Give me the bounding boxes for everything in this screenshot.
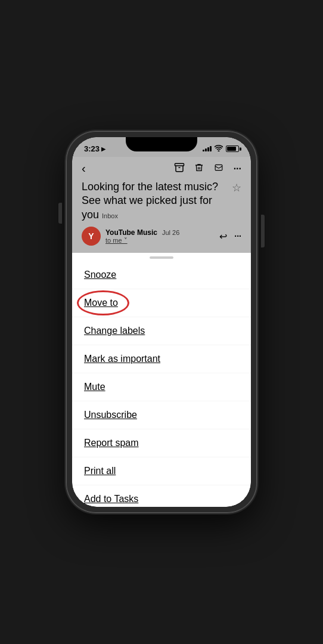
menu-item-mark-as-important[interactable]: Mark as important xyxy=(72,345,251,373)
status-bar-left: 3:23 ▶ xyxy=(84,144,105,153)
archive-icon[interactable] xyxy=(174,162,185,175)
notch xyxy=(126,137,197,151)
avatar-letter: Y xyxy=(88,231,94,241)
wifi-icon xyxy=(215,145,223,153)
sender-date: Jul 26 xyxy=(162,229,179,236)
email-subject-container: Looking for the latest music? See what w… xyxy=(82,180,241,222)
battery-icon xyxy=(226,145,239,152)
menu-item-snooze[interactable]: Snooze xyxy=(72,261,251,289)
email-action-icons: ↩ ··· xyxy=(219,231,241,242)
delete-icon[interactable] xyxy=(194,162,204,175)
battery-fill xyxy=(227,147,236,151)
inbox-badge: Inbox xyxy=(102,212,118,219)
star-icon[interactable]: ☆ xyxy=(232,181,241,195)
svg-rect-0 xyxy=(175,163,184,166)
email-header-area: ‹ xyxy=(72,157,251,253)
menu-item-unsubscribe[interactable]: Unsubscribe xyxy=(72,401,251,429)
more-icon[interactable]: ··· xyxy=(234,163,241,174)
screen: 3:23 ▶ xyxy=(72,137,251,507)
email-more-icon[interactable]: ··· xyxy=(234,231,241,241)
menu-item-mute[interactable]: Mute xyxy=(72,373,251,401)
location-icon: ▶ xyxy=(101,146,105,152)
email-meta: Y YouTube Music Jul 26 to me ˅ ↩ ··· xyxy=(82,227,241,246)
sender-text: YouTube Music Jul 26 to me ˅ xyxy=(105,228,179,244)
reply-icon[interactable]: ↩ xyxy=(219,231,227,242)
signal-bar-3 xyxy=(207,147,209,151)
mail-icon[interactable] xyxy=(213,163,224,174)
signal-bar-2 xyxy=(205,148,207,151)
menu-items-container: SnoozeMove toChange labelsMark as import… xyxy=(72,261,251,507)
time-display: 3:23 xyxy=(84,144,100,153)
signal-bars xyxy=(203,146,212,151)
sender-name-row: YouTube Music Jul 26 xyxy=(105,228,179,237)
signal-bar-1 xyxy=(203,150,204,151)
sender-name: YouTube Music xyxy=(105,228,157,237)
status-bar-right xyxy=(203,145,239,153)
nav-actions: ··· xyxy=(174,162,241,175)
avatar: Y xyxy=(82,227,101,246)
context-menu: SnoozeMove toChange labelsMark as import… xyxy=(72,253,251,507)
menu-item-move-to[interactable]: Move to xyxy=(72,289,251,317)
phone-frame: 3:23 ▶ xyxy=(66,131,257,513)
sender-info: Y YouTube Music Jul 26 to me ˅ xyxy=(82,227,179,246)
back-button[interactable]: ‹ xyxy=(82,162,86,175)
to-me-label: to me ˅ xyxy=(105,237,179,244)
menu-item-report-spam[interactable]: Report spam xyxy=(72,429,251,457)
phone-inner: 3:23 ▶ xyxy=(72,137,251,507)
menu-item-change-labels[interactable]: Change labels xyxy=(72,317,251,345)
menu-item-print-all[interactable]: Print all xyxy=(72,457,251,485)
nav-bar: ‹ xyxy=(82,162,241,175)
email-subject: Looking for the latest music? See what w… xyxy=(82,180,241,222)
move-to-highlight-circle xyxy=(77,290,129,315)
signal-bar-4 xyxy=(210,146,212,151)
menu-item-add-to-tasks[interactable]: Add to Tasks xyxy=(72,485,251,507)
svg-rect-1 xyxy=(215,165,222,170)
